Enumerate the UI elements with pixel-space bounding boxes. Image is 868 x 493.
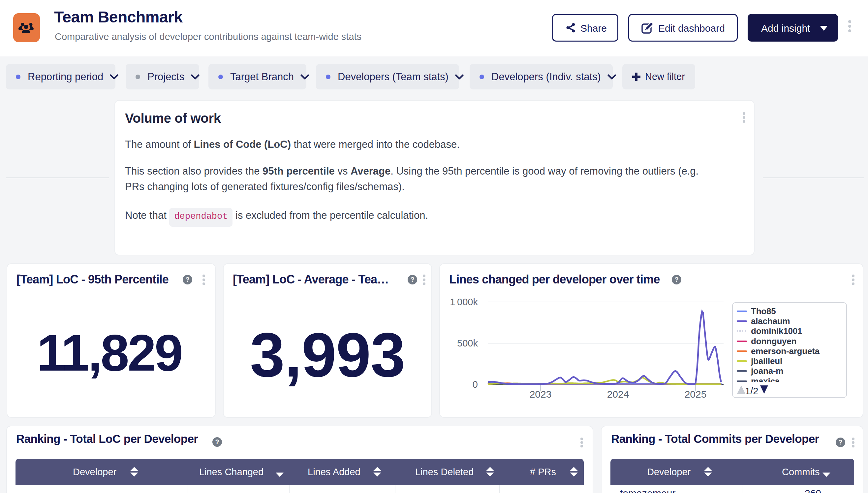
svg-text:2025: 2025 (685, 389, 707, 400)
svg-text:2024: 2024 (607, 389, 629, 400)
svg-text:2023: 2023 (530, 389, 552, 400)
svg-text:1 000k: 1 000k (450, 297, 478, 307)
svg-text:0: 0 (473, 379, 478, 390)
svg-text:500k: 500k (457, 338, 478, 348)
